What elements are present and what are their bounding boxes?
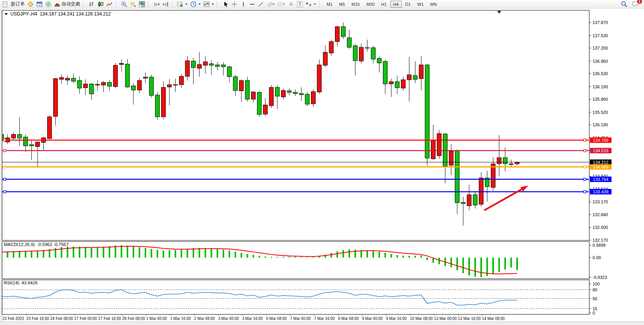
tile-windows-button[interactable] xyxy=(138,0,146,8)
macd-name: MACD(12,26,9) xyxy=(4,242,35,247)
navigator-button[interactable] xyxy=(44,0,53,8)
macd-axis[interactable]: 0.58990.00-0.9323 xyxy=(589,243,607,280)
vertical-line-tool-button[interactable] xyxy=(239,0,248,8)
autotrading-button[interactable]: 自动交易 xyxy=(53,0,81,8)
fibonacci-tool-button[interactable]: F xyxy=(276,0,286,8)
periods-menu-button[interactable] xyxy=(189,0,202,8)
period-button-w1[interactable]: W1 xyxy=(414,1,427,8)
candle-body xyxy=(299,93,304,95)
period-button-m15[interactable]: M15 xyxy=(348,1,363,8)
line-handle[interactable] xyxy=(584,139,586,141)
line-chart-button[interactable] xyxy=(105,0,114,8)
candle-body xyxy=(479,178,483,204)
macd-bar xyxy=(139,247,140,258)
line-handle[interactable] xyxy=(584,178,586,181)
period-button-m1[interactable]: M1 xyxy=(323,1,335,8)
text-label-tool-button[interactable]: T xyxy=(296,0,304,8)
dropdown-caret-icon xyxy=(212,3,214,5)
svg-text:27 Feb 00:00: 27 Feb 00:00 xyxy=(74,316,97,321)
time-axis[interactable]: 23 Feb 202323 Feb 16:0024 Feb 08:0027 Fe… xyxy=(2,314,505,321)
arrows-tool-button[interactable] xyxy=(304,0,317,8)
search-button[interactable] xyxy=(620,0,629,8)
new-order-label: 新订单 xyxy=(11,1,25,7)
line-handle[interactable] xyxy=(3,178,6,181)
rsi-axis[interactable]: 1008050150 xyxy=(589,282,600,315)
file-button[interactable] xyxy=(1,0,9,8)
period-button-h1[interactable]: H1 xyxy=(378,1,390,8)
price-axis[interactable]: 137.870137.530137.200136.860136.530136.1… xyxy=(589,20,608,242)
line-handle[interactable] xyxy=(3,191,6,193)
price-chart-canvas[interactable]: 137.870137.530137.200136.860136.530136.1… xyxy=(0,0,644,325)
candle-body xyxy=(36,142,40,147)
trendline-tool-button[interactable] xyxy=(257,0,265,8)
candle-body xyxy=(407,75,412,80)
period-button-h4[interactable]: H4 xyxy=(390,1,402,8)
macd-bar xyxy=(127,246,128,258)
indicators-menu-button[interactable] xyxy=(176,0,189,8)
market-watch-button[interactable] xyxy=(35,0,44,8)
period-button-m5[interactable]: M5 xyxy=(336,1,348,8)
zoom-out-button[interactable] xyxy=(129,0,137,8)
svg-text:-0.9323: -0.9323 xyxy=(593,275,607,280)
period-button-m30[interactable]: M30 xyxy=(363,1,378,8)
period-button-mn[interactable]: MN xyxy=(427,1,440,8)
svg-text:80: 80 xyxy=(593,287,597,292)
templates-menu-button[interactable] xyxy=(202,0,215,8)
macd-bar xyxy=(504,258,506,270)
rsi-panel[interactable] xyxy=(2,280,589,315)
line-handle[interactable] xyxy=(3,166,6,168)
main-chart-panel[interactable] xyxy=(2,10,589,241)
candle-body xyxy=(269,88,273,106)
macd-bar xyxy=(85,247,86,258)
channel-tool-button[interactable]: E xyxy=(266,0,276,8)
autotrading-label: 自动交易 xyxy=(61,1,80,7)
vertical-line-icon xyxy=(240,1,246,7)
macd-indicator-label: MACD(12,26,9) -0.5962 -0.7567 xyxy=(4,242,68,247)
svg-text:135.520: 135.520 xyxy=(593,110,608,115)
auto-scroll-button[interactable] xyxy=(152,0,161,8)
line-handle[interactable] xyxy=(584,191,586,193)
svg-text:136.530: 136.530 xyxy=(593,71,608,76)
svg-text:137.200: 137.200 xyxy=(593,46,608,50)
macd-panel[interactable] xyxy=(2,242,589,279)
profile-button[interactable] xyxy=(26,0,35,8)
candle-body xyxy=(425,65,429,158)
candlestick-icon xyxy=(97,1,104,7)
macd-bar xyxy=(181,249,182,258)
crosshair-tool-button[interactable] xyxy=(230,0,239,8)
rsi-indicator-label: RSI(14) 43.9426 xyxy=(4,280,38,285)
candle-body xyxy=(287,91,292,92)
svg-text:0.5899: 0.5899 xyxy=(593,243,606,248)
text-tool-button[interactable]: A xyxy=(287,0,295,8)
svg-text:132.170: 132.170 xyxy=(593,238,608,242)
macd-bar xyxy=(295,257,296,258)
candlestick-chart-button[interactable] xyxy=(96,0,105,8)
period-button-d1[interactable]: D1 xyxy=(402,1,414,8)
chart-shift-button[interactable] xyxy=(161,0,170,8)
macd-bar xyxy=(379,252,380,258)
line-handle[interactable] xyxy=(3,150,6,152)
new-order-button[interactable]: 新订单 xyxy=(10,0,26,8)
line-handle[interactable] xyxy=(584,166,586,168)
macd-bar xyxy=(103,247,104,258)
cursor-tool-button[interactable] xyxy=(221,0,230,8)
rsi-value: 43.9426 xyxy=(22,280,38,285)
candle-body xyxy=(89,84,94,94)
line-handle[interactable] xyxy=(3,139,6,141)
zoom-in-button[interactable] xyxy=(120,0,128,8)
line-chart-icon xyxy=(106,1,113,7)
macd-bar xyxy=(367,251,368,258)
channel-letter: E xyxy=(273,2,275,6)
candle-body xyxy=(347,38,352,47)
arrows-shapes-icon xyxy=(306,1,312,7)
macd-bar xyxy=(343,250,344,258)
horizontal-line-tool-button[interactable] xyxy=(248,0,256,8)
toolbar-separator xyxy=(148,1,151,7)
candle-body xyxy=(101,83,106,85)
macd-bar xyxy=(391,254,392,258)
svg-text:3 Mar 00:00: 3 Mar 00:00 xyxy=(218,316,239,321)
candle-body xyxy=(455,151,460,203)
line-handle[interactable] xyxy=(584,150,586,152)
bar-chart-button[interactable] xyxy=(87,0,96,8)
macd-bar xyxy=(37,251,38,258)
